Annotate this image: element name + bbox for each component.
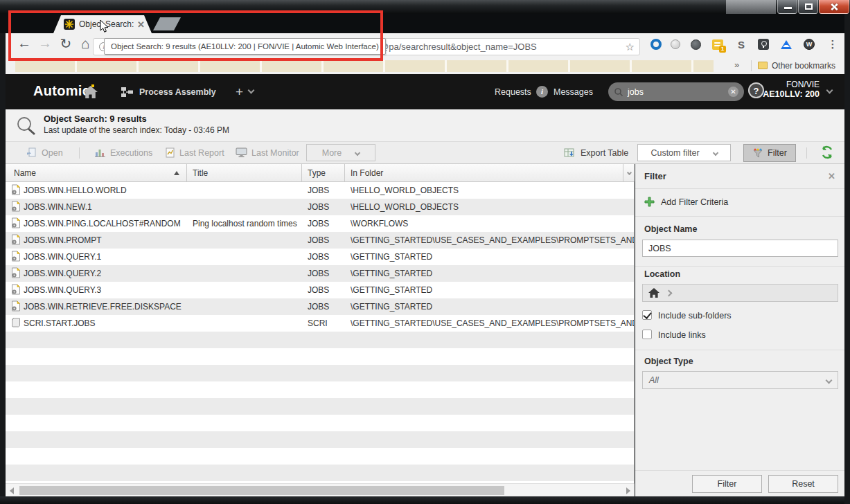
chevron-down-icon: [355, 150, 360, 155]
account-menu[interactable]: FON/VIE AE10LLV: 200: [763, 80, 820, 99]
help-button[interactable]: ?: [748, 82, 764, 98]
filter-reset-button[interactable]: Reset: [768, 475, 838, 493]
extension-s-icon[interactable]: S: [734, 37, 748, 51]
column-header-type[interactable]: Type: [302, 164, 345, 181]
more-dropdown[interactable]: More: [306, 144, 375, 161]
extension-lightbulb-icon[interactable]: [756, 37, 770, 51]
job-icon: [11, 234, 21, 247]
process-assembly-icon: [121, 87, 134, 98]
object-type: SCRI: [302, 318, 345, 328]
bookmarks-bar: » Other bookmarks: [6, 59, 844, 74]
extension-circle-icon[interactable]: [669, 37, 682, 51]
app-home-button[interactable]: [83, 74, 98, 109]
extension-w-icon[interactable]: W: [802, 37, 816, 51]
table-row[interactable]: JOBS.WIN.QUERY.1 JOBS \GETTING_STARTED: [6, 249, 634, 265]
filter-panel-close-icon[interactable]: ✕: [828, 171, 835, 181]
requests-button[interactable]: Requests: [495, 74, 531, 109]
tab-process-assembly[interactable]: Process Assembly: [121, 74, 216, 109]
close-button[interactable]: [819, 0, 849, 14]
folder-icon: [758, 62, 768, 69]
filter-apply-button[interactable]: Filter: [692, 475, 762, 493]
open-button[interactable]: Open: [26, 142, 63, 163]
object-name-input[interactable]: [642, 240, 838, 257]
refresh-button[interactable]: [820, 145, 834, 162]
object-name: JOBS.WIN.PROMPT: [24, 235, 102, 245]
add-filter-criteria-button[interactable]: Add Filter Criteria: [644, 197, 835, 207]
chevron-down-icon: [248, 87, 255, 94]
plus-icon: +: [236, 84, 243, 100]
object-type-dropdown[interactable]: All: [642, 371, 838, 389]
table-row[interactable]: JOBS.WIN.RETRIEVE.FREE.DISKSPACE JOBS \G…: [6, 298, 634, 315]
table-row[interactable]: JOBS.WIN.QUERY.2 JOBS \GETTING_STARTED: [6, 265, 634, 282]
job-icon: [11, 267, 21, 280]
table-row[interactable]: JOBS.WIN.QUERY.3 JOBS \GETTING_STARTED: [6, 282, 634, 298]
column-options-button[interactable]: [623, 164, 635, 181]
window-bottom-border: [0, 496, 850, 504]
clear-search-icon[interactable]: ✕: [728, 87, 738, 97]
table-row[interactable]: JOBS.WIN.HELLO.WORLD JOBS \HELLO_WORLD_O…: [6, 182, 634, 199]
column-header-name[interactable]: Name: [6, 164, 187, 181]
object-search-icon: [15, 116, 37, 139]
sort-ascending-icon: [174, 171, 179, 175]
other-bookmarks-button[interactable]: Other bookmarks: [772, 61, 835, 71]
restore-icon: [805, 3, 813, 10]
custom-filter-dropdown[interactable]: Custom filter: [637, 144, 731, 161]
table-row[interactable]: JOBS.WIN.PROMPT JOBS \GETTING_STARTED\US…: [6, 232, 634, 249]
extension-triangle-icon[interactable]: [779, 37, 793, 51]
account-chevron-icon: [826, 87, 833, 94]
table-row[interactable]: SCRI.START.JOBS SCRI \GETTING_STARTED\US…: [6, 315, 634, 332]
include-subfolders-label: Include sub-folders: [658, 311, 732, 321]
table-body: JOBS.WIN.HELLO.WORLD JOBS \HELLO_WORLD_O…: [6, 182, 634, 481]
extension-o-icon[interactable]: [649, 37, 663, 51]
include-links-checkbox[interactable]: [642, 330, 652, 339]
table-empty-row: [6, 415, 634, 431]
table-empty-row: [6, 365, 634, 381]
last-report-button[interactable]: Last Report: [165, 142, 224, 163]
restore-button[interactable]: [798, 0, 818, 14]
horizontal-scrollbar[interactable]: [6, 483, 635, 496]
scrollbar-thumb[interactable]: [19, 486, 504, 495]
table-empty-row: [6, 332, 634, 348]
object-folder: \HELLO_WORLD_OBJECTS: [345, 186, 634, 195]
table-row[interactable]: JOBS.WIN.PING.LOCALHOST#RANDOM Ping loca…: [6, 215, 634, 232]
object-name: SCRI.START.JOBS: [24, 318, 96, 328]
executions-button[interactable]: Executions: [94, 142, 152, 163]
last-report-label: Last Report: [179, 148, 224, 158]
search-icon: [614, 87, 623, 97]
url-text: @pa/searchresult&object_name=JOBS: [380, 42, 537, 52]
column-header-folder[interactable]: In Folder: [345, 164, 623, 181]
extension-badge: 1: [719, 46, 726, 53]
object-type: JOBS: [302, 202, 345, 212]
toolbar-separator: [806, 147, 807, 159]
object-name: JOBS.WIN.QUERY.2: [24, 269, 101, 278]
export-table-button[interactable]: Export Table: [564, 142, 628, 163]
bookmark-star-icon[interactable]: ☆: [626, 41, 635, 53]
table-row[interactable]: JOBS.WIN.NEW.1 JOBS \HELLO_WORLD_OBJECTS: [6, 199, 634, 215]
filter-toggle-button[interactable]: Filter: [743, 144, 796, 162]
chevron-down-icon: [626, 170, 631, 175]
include-subfolders-checkbox[interactable]: [642, 310, 652, 320]
object-folder: \GETTING_STARTED: [345, 269, 634, 278]
scroll-left-icon[interactable]: [10, 487, 14, 494]
location-breadcrumb[interactable]: [642, 284, 838, 302]
extension-notes-icon[interactable]: 1: [711, 37, 725, 51]
last-monitor-button[interactable]: Last Monitor: [236, 142, 299, 163]
minimize-button[interactable]: [777, 0, 797, 14]
messages-button[interactable]: i Messages: [536, 74, 593, 109]
object-type-label: Object Type: [644, 357, 835, 366]
browser-menu-icon[interactable]: ⋮: [826, 37, 840, 51]
open-label: Open: [42, 148, 63, 158]
add-view-button[interactable]: +: [236, 74, 254, 109]
object-folder: \GETTING_STARTED\USE_CASES_AND_EXAMPLES\…: [345, 235, 634, 245]
scroll-right-icon[interactable]: [626, 487, 630, 494]
object-type: JOBS: [302, 252, 345, 262]
column-header-title[interactable]: Title: [187, 164, 302, 181]
close-icon: [829, 2, 839, 12]
global-search-input[interactable]: jobs ✕: [608, 82, 744, 101]
results-table: Name Title Type In Folder JOBS.WIN.HELLO…: [6, 164, 635, 483]
object-type-value: All: [649, 375, 826, 385]
automic-logo: Automic: [33, 83, 90, 99]
extension-dark-icon[interactable]: [689, 37, 702, 51]
object-type: JOBS: [302, 186, 345, 195]
bookmarks-overflow-icon[interactable]: »: [734, 60, 739, 70]
